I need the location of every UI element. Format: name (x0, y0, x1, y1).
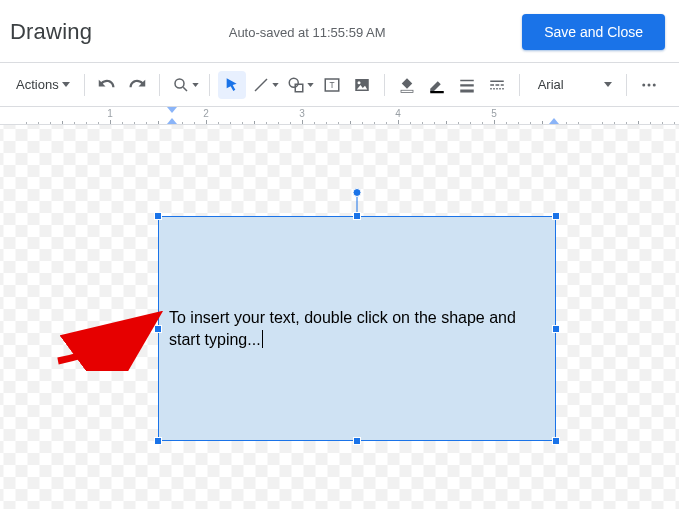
svg-point-3 (289, 78, 298, 87)
resize-handle-l[interactable] (154, 325, 162, 333)
resize-handle-b[interactable] (353, 437, 361, 445)
separator (384, 74, 385, 96)
actions-label: Actions (16, 77, 59, 92)
horizontal-ruler[interactable]: 12345 (0, 107, 679, 125)
resize-handle-tr[interactable] (552, 212, 560, 220)
svg-point-23 (642, 83, 645, 86)
border-weight-button[interactable] (453, 71, 481, 99)
separator (626, 74, 627, 96)
border-color-button[interactable] (423, 71, 451, 99)
separator (159, 74, 160, 96)
resize-handle-bl[interactable] (154, 437, 162, 445)
redo-button[interactable] (123, 71, 151, 99)
svg-rect-15 (490, 84, 494, 86)
svg-line-2 (255, 79, 267, 91)
left-indent-marker[interactable] (167, 118, 177, 124)
svg-point-0 (175, 79, 184, 88)
svg-rect-18 (490, 88, 492, 90)
select-tool[interactable] (218, 71, 246, 99)
svg-rect-4 (295, 84, 303, 92)
svg-rect-20 (496, 88, 498, 90)
ruler-number: 2 (203, 108, 209, 119)
resize-handle-tl[interactable] (154, 212, 162, 220)
svg-rect-19 (493, 88, 495, 90)
zoom-button[interactable] (168, 71, 201, 99)
chevron-down-icon (604, 82, 612, 87)
svg-rect-12 (460, 84, 474, 86)
svg-rect-17 (500, 84, 503, 86)
resize-handle-r[interactable] (552, 325, 560, 333)
svg-point-24 (647, 83, 650, 86)
drawing-canvas[interactable]: To insert your text, double click on the… (0, 125, 679, 509)
first-line-indent-marker[interactable] (167, 107, 177, 113)
svg-rect-10 (430, 91, 444, 93)
svg-line-1 (183, 87, 187, 91)
chevron-down-icon (272, 83, 279, 87)
toolbar: Actions T (0, 63, 679, 107)
actions-menu[interactable]: Actions (6, 71, 76, 99)
svg-point-25 (652, 83, 655, 86)
svg-rect-9 (401, 90, 413, 92)
dialog-title: Drawing (10, 19, 92, 45)
border-dash-button[interactable] (483, 71, 511, 99)
svg-rect-16 (495, 84, 499, 86)
svg-rect-13 (460, 89, 474, 92)
ruler-number: 1 (107, 108, 113, 119)
right-indent-marker[interactable] (549, 118, 559, 124)
ruler-number: 4 (395, 108, 401, 119)
separator (209, 74, 210, 96)
separator (84, 74, 85, 96)
separator (519, 74, 520, 96)
ruler-number: 5 (491, 108, 497, 119)
autosave-status: Auto-saved at 11:55:59 AM (229, 25, 386, 40)
more-button[interactable] (635, 71, 663, 99)
svg-rect-11 (460, 79, 474, 81)
save-and-close-button[interactable]: Save and Close (522, 14, 665, 50)
rotation-handle[interactable] (353, 188, 362, 197)
line-tool[interactable] (248, 71, 281, 99)
annotation-arrow (54, 311, 174, 371)
font-family-select[interactable]: Arial (528, 71, 618, 99)
shape-text[interactable]: To insert your text, double click on the… (169, 307, 545, 350)
svg-rect-21 (499, 88, 501, 90)
fill-color-button[interactable] (393, 71, 421, 99)
chevron-down-icon (62, 82, 70, 87)
font-family-label: Arial (538, 77, 564, 92)
ruler-number: 3 (299, 108, 305, 119)
resize-handle-t[interactable] (353, 212, 361, 220)
svg-rect-14 (490, 80, 504, 82)
undo-button[interactable] (93, 71, 121, 99)
rectangle-shape[interactable]: To insert your text, double click on the… (158, 216, 556, 441)
chevron-down-icon (192, 83, 199, 87)
image-tool[interactable] (348, 71, 376, 99)
textbox-tool[interactable]: T (318, 71, 346, 99)
selected-shape[interactable]: To insert your text, double click on the… (158, 216, 556, 441)
svg-point-8 (357, 81, 360, 84)
chevron-down-icon (307, 83, 314, 87)
resize-handle-br[interactable] (552, 437, 560, 445)
svg-text:T: T (329, 81, 334, 90)
shape-tool[interactable] (283, 71, 316, 99)
text-caret (262, 330, 263, 348)
svg-rect-22 (502, 88, 504, 90)
